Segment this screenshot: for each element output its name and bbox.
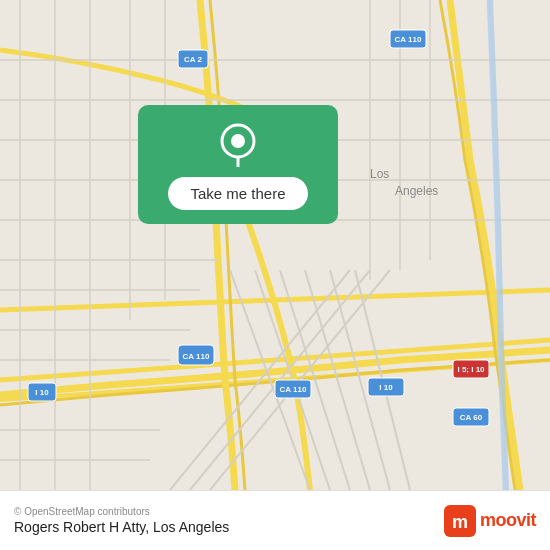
svg-text:m: m xyxy=(452,512,468,532)
location-name: Rogers Robert H Atty, Los Angeles xyxy=(14,519,229,535)
moovit-wordmark: moovit xyxy=(480,510,536,531)
svg-text:CA 60: CA 60 xyxy=(460,413,483,422)
moovit-icon: m xyxy=(444,505,476,537)
svg-text:Los: Los xyxy=(370,167,389,181)
copyright-text: © OpenStreetMap contributors xyxy=(14,506,229,517)
svg-text:I 5; I 10: I 5; I 10 xyxy=(457,365,485,374)
svg-point-52 xyxy=(231,134,245,148)
bottom-info: © OpenStreetMap contributors Rogers Robe… xyxy=(14,506,229,535)
take-me-there-button[interactable]: Take me there xyxy=(168,177,307,210)
location-card: Take me there xyxy=(138,105,338,224)
map-container: CA 110 I 10 CA 110 I 10 CA 60 I 5; I 10 … xyxy=(0,0,550,490)
svg-text:I 10: I 10 xyxy=(35,388,49,397)
svg-text:I 10: I 10 xyxy=(379,383,393,392)
svg-text:CA 110: CA 110 xyxy=(183,352,210,361)
moovit-logo: m moovit xyxy=(444,505,536,537)
svg-text:CA 2: CA 2 xyxy=(184,55,202,64)
pin-icon xyxy=(216,123,260,167)
svg-text:Angeles: Angeles xyxy=(395,184,438,198)
svg-text:CA 110: CA 110 xyxy=(280,385,307,394)
bottom-bar: © OpenStreetMap contributors Rogers Robe… xyxy=(0,490,550,550)
map-background: CA 110 I 10 CA 110 I 10 CA 60 I 5; I 10 … xyxy=(0,0,550,490)
svg-text:CA 110: CA 110 xyxy=(395,35,422,44)
